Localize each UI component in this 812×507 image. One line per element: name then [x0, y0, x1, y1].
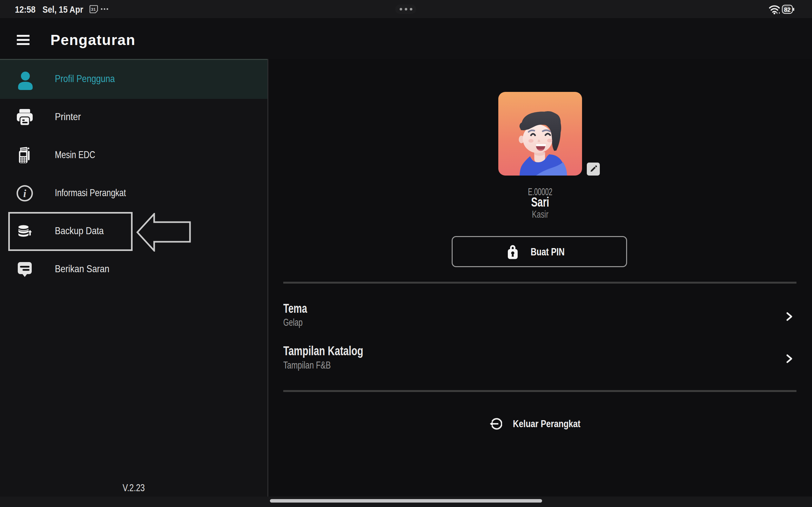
svg-text:82: 82	[784, 6, 791, 13]
svg-text:i: i	[23, 187, 26, 199]
svg-text:31: 31	[91, 7, 96, 12]
